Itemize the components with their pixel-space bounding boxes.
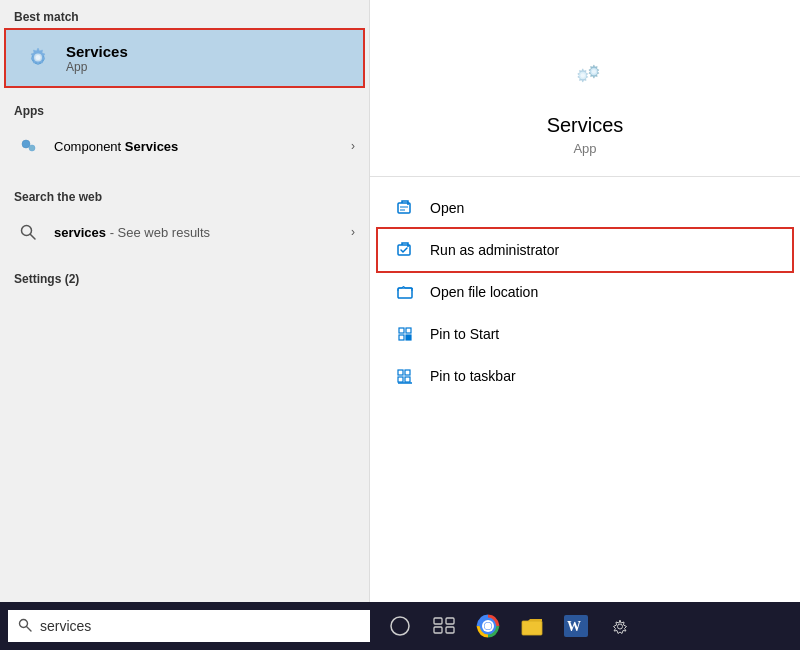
- svg-rect-21: [405, 370, 410, 375]
- cortana-button[interactable]: [382, 608, 418, 644]
- svg-point-27: [391, 617, 409, 635]
- action-run-admin[interactable]: Run as administrator: [378, 229, 792, 271]
- svg-rect-22: [398, 377, 403, 382]
- component-services-arrow: ›: [351, 139, 355, 153]
- component-services-label: Component Services: [54, 139, 351, 154]
- svg-point-35: [485, 623, 492, 630]
- services-icon: [20, 40, 56, 76]
- action-pin-start-label: Pin to Start: [430, 326, 499, 342]
- component-text: Component: [54, 139, 125, 154]
- component-services-icon: [14, 132, 42, 160]
- pin-taskbar-icon: [394, 365, 416, 387]
- taskbar-search-icon: [18, 618, 32, 635]
- chrome-button[interactable]: [470, 608, 506, 644]
- svg-rect-30: [434, 627, 442, 633]
- taskbar: services: [0, 602, 800, 650]
- web-query: services: [54, 225, 106, 240]
- svg-point-4: [29, 145, 35, 151]
- app-detail-name: Services: [547, 114, 624, 137]
- svg-rect-31: [446, 627, 454, 633]
- svg-line-6: [31, 235, 36, 240]
- task-view-button[interactable]: [426, 608, 462, 644]
- action-pin-taskbar-label: Pin to taskbar: [430, 368, 516, 384]
- right-panel: Services App Open: [370, 0, 800, 602]
- svg-rect-18: [399, 335, 404, 340]
- app-detail-type: App: [573, 141, 596, 156]
- search-bar[interactable]: services: [8, 610, 370, 642]
- best-match-subtitle: App: [66, 60, 128, 74]
- svg-text:W: W: [567, 619, 581, 634]
- action-open[interactable]: Open: [370, 187, 800, 229]
- apps-label: Apps: [0, 94, 369, 124]
- settings-button[interactable]: [602, 608, 638, 644]
- app-detail-icon: [549, 30, 621, 102]
- web-label: Search the web: [0, 180, 369, 210]
- web-section: Search the web services - See web result…: [0, 176, 369, 258]
- pin-start-icon: [394, 323, 416, 345]
- svg-rect-28: [434, 618, 442, 624]
- admin-icon: [394, 239, 416, 261]
- taskbar-search-text: services: [40, 618, 91, 634]
- svg-point-8: [592, 69, 596, 73]
- best-match-text: Services App: [66, 43, 128, 74]
- best-match-label: Best match: [0, 0, 369, 30]
- svg-point-39: [618, 624, 623, 629]
- action-pin-taskbar[interactable]: Pin to taskbar: [370, 355, 800, 397]
- action-open-location[interactable]: Open file location: [370, 271, 800, 313]
- search-web-icon: [14, 218, 42, 246]
- best-match-title: Services: [66, 43, 128, 60]
- taskbar-right: [602, 608, 638, 644]
- svg-point-10: [581, 73, 585, 77]
- web-search-item[interactable]: services - See web results ›: [0, 210, 369, 254]
- folder-icon: [394, 281, 416, 303]
- settings-label: Settings (2): [0, 262, 369, 292]
- left-panel: Best match Services App Apps: [0, 0, 370, 602]
- app-detail: Services App: [370, 0, 800, 177]
- svg-rect-15: [398, 288, 412, 298]
- apps-section: Apps Component Services ›: [0, 86, 369, 176]
- action-open-label: Open: [430, 200, 464, 216]
- action-pin-start[interactable]: Pin to Start: [370, 313, 800, 355]
- word-button[interactable]: W: [558, 608, 594, 644]
- svg-rect-17: [406, 328, 411, 333]
- best-match-item[interactable]: Services App: [6, 30, 363, 86]
- services-text: Services: [125, 139, 179, 154]
- taskbar-icons: W: [382, 608, 638, 644]
- svg-point-2: [36, 55, 41, 60]
- explorer-button[interactable]: [514, 608, 550, 644]
- svg-rect-16: [399, 328, 404, 333]
- web-search-arrow: ›: [351, 225, 355, 239]
- svg-rect-29: [446, 618, 454, 624]
- svg-line-26: [27, 626, 32, 631]
- svg-rect-20: [398, 370, 403, 375]
- svg-rect-19: [406, 335, 411, 340]
- action-list: Open Run as administrator: [370, 177, 800, 407]
- main-container: Best match Services App Apps: [0, 0, 800, 602]
- open-icon: [394, 197, 416, 219]
- svg-point-3: [22, 140, 30, 148]
- action-admin-label: Run as administrator: [430, 242, 559, 258]
- svg-rect-23: [405, 377, 410, 382]
- settings-section: Settings (2): [0, 258, 369, 296]
- component-services-item[interactable]: Component Services ›: [0, 124, 369, 168]
- action-folder-label: Open file location: [430, 284, 538, 300]
- web-item-text: services - See web results: [54, 225, 351, 240]
- web-suffix: - See web results: [106, 225, 210, 240]
- svg-rect-36: [522, 621, 542, 635]
